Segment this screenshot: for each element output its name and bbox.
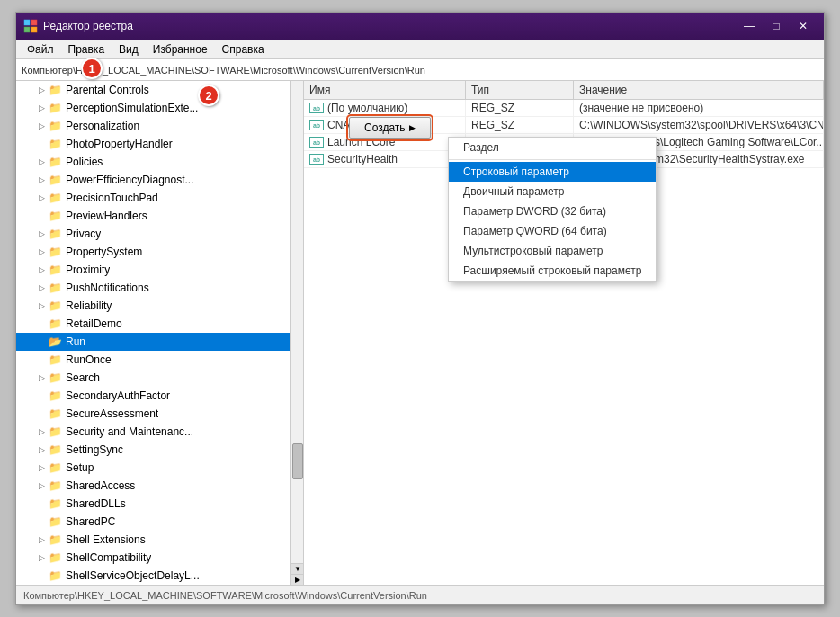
status-text: Компьютер\HKEY_LOCAL_MACHINE\SOFTWARE\Mi…	[23, 590, 427, 601]
reg-sz-icon: ab	[309, 120, 324, 130]
tree-item-photo[interactable]: 📁 PhotoPropertyHandler	[16, 135, 303, 153]
tree-item-secure[interactable]: 📁 SecureAssessment	[16, 405, 303, 423]
tree-item-security-maint[interactable]: ▷ 📁 Security and Maintenanc...	[16, 423, 303, 441]
tree-label: ShellServiceObjectDelayL...	[66, 569, 200, 582]
registry-editor-window: Редактор реестра — □ ✕ Файл Правка Вид И…	[15, 12, 825, 605]
tree-item-precision[interactable]: ▷ 📁 PrecisionTouchPad	[16, 189, 303, 207]
folder-icon: 📁	[49, 281, 63, 295]
cell-type: REG_SZ	[466, 117, 574, 133]
expander-icon: ▷	[34, 83, 49, 97]
tree-item-power[interactable]: ▷ 📁 PowerEfficiencyDiagnost...	[16, 171, 303, 189]
menu-favorites[interactable]: Избранное	[146, 41, 215, 58]
tree-panel[interactable]: ▷ 📁 Parental Controls ▷ 📁 PerceptionSimu…	[16, 81, 304, 585]
scroll-down-arrow[interactable]: ▼	[291, 563, 304, 574]
expander-icon	[34, 568, 49, 583]
badge-1: 1	[81, 58, 103, 79]
tree-item-shell-service[interactable]: 📁 ShellServiceObjectDelayL...	[16, 567, 303, 585]
scrollbar-track[interactable]: ▼ ▶	[290, 81, 303, 585]
window-controls: — □ ✕	[736, 17, 817, 35]
folder-icon: 📁	[49, 173, 63, 187]
tree-item-shareddlls[interactable]: 📁 SharedDLLs	[16, 495, 303, 513]
folder-icon: 📁	[49, 389, 63, 403]
tree-item-run[interactable]: 📂 Run	[16, 333, 303, 351]
ctx-expand-param[interactable]: Расширяемый строковый параметр	[449, 261, 656, 281]
folder-icon: 📁	[49, 371, 63, 385]
tree-item-policies[interactable]: ▷ 📁 Policies	[16, 153, 303, 171]
tree-item-perception[interactable]: ▷ 📁 PerceptionSimulationExte...	[16, 99, 303, 117]
scrollbar-thumb[interactable]	[292, 443, 303, 479]
tree-label: SharedPC	[66, 515, 115, 528]
tree-label: PhotoPropertyHandler	[66, 138, 173, 150]
folder-icon: 📁	[49, 119, 63, 133]
tree-item-reliability[interactable]: ▷ 📁 Reliability	[16, 297, 303, 315]
tree-label: SecondaryAuthFactor	[66, 389, 170, 402]
expander-icon	[34, 353, 49, 367]
folder-icon: 📁	[49, 83, 63, 97]
tree-label: Personalization	[66, 120, 139, 132]
menu-edit[interactable]: Правка	[61, 41, 112, 58]
expander-icon: ▷	[34, 191, 49, 205]
expander-icon: ▷	[34, 550, 49, 565]
menu-help[interactable]: Справка	[215, 41, 272, 58]
address-bar: Компьютер\HKEY_LOCAL_MACHINE\SOFTWARE\Mi…	[16, 59, 824, 81]
reg-sz-icon: ab	[309, 103, 324, 113]
ctx-dword-param[interactable]: Параметр DWORD (32 бита)	[449, 201, 656, 221]
tree-label: SecureAssessment	[66, 407, 158, 420]
ctx-multi-param[interactable]: Мультистроковый параметр	[449, 241, 656, 261]
ctx-section[interactable]: Раздел	[449, 138, 656, 157]
table-row[interactable]: ab (По умолчанию) REG_SZ (значение не пр…	[304, 100, 824, 117]
tree-item-proximity[interactable]: ▷ 📁 Proximity	[16, 261, 303, 279]
tree-item-parental-controls[interactable]: ▷ 📁 Parental Controls	[16, 81, 303, 99]
folder-icon: 📁	[49, 209, 63, 223]
expander-icon: ▷	[34, 245, 49, 259]
menu-view[interactable]: Вид	[112, 41, 146, 58]
tree-label: Reliability	[66, 300, 112, 312]
tree-item-shell-ext[interactable]: ▷ 📁 Shell Extensions	[16, 531, 303, 549]
app-icon	[23, 19, 38, 33]
value-name: (По умолчанию)	[327, 102, 407, 114]
ctx-qword-param[interactable]: Параметр QWORD (64 бита)	[449, 221, 656, 241]
tree-item-retail[interactable]: 📁 RetailDemo	[16, 315, 303, 333]
tree-item-shell-compat[interactable]: ▷ 📁 ShellCompatibility	[16, 549, 303, 567]
tree-item-shared-access[interactable]: ▷ 📁 SharedAccess	[16, 477, 303, 495]
tree-label: Setup	[66, 461, 94, 474]
scroll-right-arrow[interactable]: ▶	[291, 574, 304, 585]
expander-icon: ▷	[34, 101, 49, 115]
tree-item-secondary[interactable]: 📁 SecondaryAuthFactor	[16, 387, 303, 405]
title-bar: Редактор реестра — □ ✕	[16, 13, 824, 40]
tree-label: SettingSync	[66, 443, 123, 456]
ctx-binary-param[interactable]: Двоичный параметр	[449, 182, 656, 201]
context-menu: Раздел Строковый параметр Двоичный парам…	[448, 137, 657, 282]
menu-file[interactable]: Файл	[20, 41, 61, 58]
maximize-button[interactable]: □	[763, 17, 790, 35]
folder-icon: 📁	[49, 137, 63, 151]
folder-icon: 📁	[49, 461, 63, 475]
close-button[interactable]: ✕	[790, 17, 817, 35]
tree-item-push[interactable]: ▷ 📁 PushNotifications	[16, 279, 303, 297]
tree-item-preview[interactable]: 📁 PreviewHandlers	[16, 207, 303, 225]
tree-item-privacy[interactable]: ▷ 📁 Privacy	[16, 225, 303, 243]
tree-item-search[interactable]: ▷ 📁 Search	[16, 369, 303, 387]
ctx-string-param[interactable]: Строковый параметр	[449, 162, 656, 182]
reg-sz-icon: ab	[309, 154, 324, 165]
tree-item-runonce[interactable]: 📁 RunOnce	[16, 351, 303, 369]
svg-rect-0	[24, 20, 30, 25]
folder-open-icon: 📂	[49, 335, 63, 349]
tree-item-setup[interactable]: ▷ 📁 Setup	[16, 459, 303, 477]
tree-label: Proximity	[66, 264, 110, 276]
tree-item-personalization[interactable]: ▷ 📁 Personalization	[16, 117, 303, 135]
tree-label: Security and Maintenanc...	[66, 425, 193, 438]
tree-label: PrecisionTouchPad	[66, 192, 158, 204]
column-name: Имя	[304, 81, 466, 99]
tree-label: PreviewHandlers	[66, 210, 147, 222]
tree-item-settingsync[interactable]: ▷ 📁 SettingSync	[16, 441, 303, 459]
column-value: Значение	[574, 81, 824, 99]
create-arrow-icon: ▶	[409, 123, 416, 132]
expander-icon: ▷	[34, 461, 49, 475]
cell-name: ab (По умолчанию)	[304, 100, 466, 116]
tree-item-sharedpc[interactable]: 📁 SharedPC	[16, 513, 303, 531]
tree-label: ShellCompatibility	[66, 551, 151, 564]
create-button[interactable]: Создать ▶	[349, 117, 431, 139]
tree-item-property[interactable]: ▷ 📁 PropertySystem	[16, 243, 303, 261]
minimize-button[interactable]: —	[736, 17, 763, 35]
